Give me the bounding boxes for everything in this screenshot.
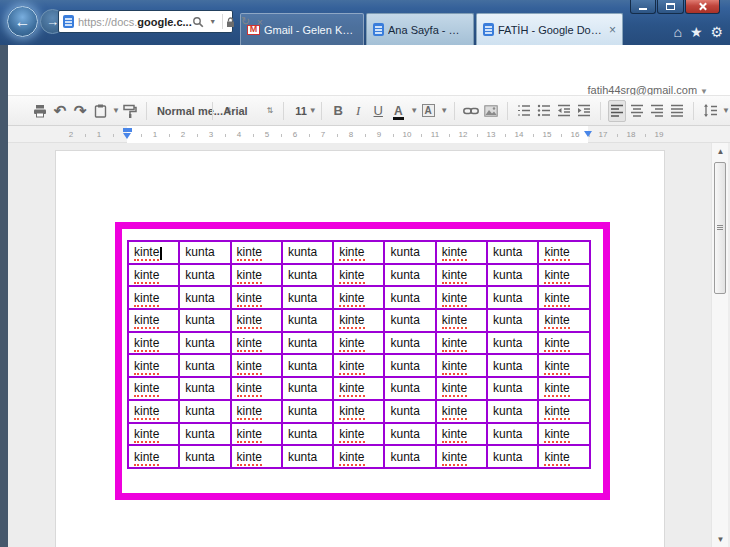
table-cell[interactable]: kinte xyxy=(231,354,282,377)
table-cell[interactable]: kinte xyxy=(436,264,487,287)
chevron-down-icon[interactable]: ▼ xyxy=(410,106,418,115)
table-cell[interactable]: kunta xyxy=(487,354,538,377)
table-cell[interactable]: kinte xyxy=(436,241,487,264)
table-cell[interactable]: kunta xyxy=(384,445,435,468)
table-cell[interactable]: kunta xyxy=(179,354,230,377)
italic-button[interactable]: I xyxy=(349,100,367,122)
table-cell[interactable]: kinte xyxy=(128,445,179,468)
table-cell[interactable]: kinte xyxy=(128,332,179,355)
paint-format-button[interactable] xyxy=(121,100,139,122)
left-indent-marker[interactable] xyxy=(123,128,132,132)
table-cell[interactable]: kinte xyxy=(538,354,589,377)
table-cell[interactable]: kunta xyxy=(384,400,435,423)
align-left-button[interactable] xyxy=(608,100,626,122)
justify-button[interactable] xyxy=(668,100,686,122)
chevron-down-icon[interactable]: ▼ xyxy=(440,106,448,115)
table-cell[interactable]: kinte xyxy=(231,423,282,446)
table-cell[interactable]: kinte xyxy=(436,354,487,377)
table-cell[interactable]: kunta xyxy=(487,332,538,355)
table-cell[interactable]: kunta xyxy=(384,241,435,264)
undo-button[interactable]: ↶ xyxy=(51,100,69,122)
table-cell[interactable]: kunta xyxy=(282,445,333,468)
table-cell[interactable]: kunta xyxy=(487,377,538,400)
table-cell[interactable]: kinte xyxy=(128,400,179,423)
text-color-button[interactable]: A xyxy=(394,104,403,118)
table-cell[interactable]: kinte xyxy=(231,286,282,309)
line-spacing-button[interactable] xyxy=(701,100,719,122)
chevron-down-icon[interactable]: ▼ xyxy=(206,18,220,25)
favorites-star-icon[interactable]: ★ xyxy=(690,24,703,40)
table-cell[interactable]: kinte xyxy=(231,377,282,400)
table-cell[interactable]: kunta xyxy=(179,400,230,423)
table-cell[interactable]: kinte xyxy=(128,377,179,400)
font-family-dropdown[interactable]: Arial⇅ xyxy=(220,100,276,122)
search-icon[interactable] xyxy=(192,16,206,28)
home-icon[interactable]: ⌂ xyxy=(673,24,681,40)
align-center-button[interactable] xyxy=(628,100,646,122)
table-cell[interactable]: kunta xyxy=(487,400,538,423)
table-cell[interactable]: kunta xyxy=(179,309,230,332)
table-cell[interactable]: kunta xyxy=(282,309,333,332)
chevron-down-icon[interactable]: ▼ xyxy=(722,106,730,115)
table-cell[interactable]: kunta xyxy=(282,354,333,377)
bulleted-list-button[interactable] xyxy=(535,100,553,122)
table-cell[interactable]: kunta xyxy=(487,286,538,309)
table-cell[interactable]: kinte xyxy=(333,377,384,400)
table-cell[interactable]: kinte xyxy=(436,309,487,332)
table-cell[interactable]: kinte xyxy=(128,354,179,377)
increase-indent-button[interactable] xyxy=(575,100,593,122)
table-cell[interactable]: kunta xyxy=(179,286,230,309)
table-cell[interactable]: kinte xyxy=(538,400,589,423)
table-cell[interactable]: kunta xyxy=(487,309,538,332)
scroll-up-arrow[interactable]: ▲ xyxy=(712,147,729,156)
table-cell[interactable]: kinte xyxy=(333,423,384,446)
numbered-list-button[interactable] xyxy=(515,100,533,122)
table-cell[interactable]: kunta xyxy=(487,445,538,468)
table-cell[interactable]: kunta xyxy=(282,286,333,309)
tab-close-icon[interactable]: × xyxy=(609,23,616,37)
table-cell[interactable]: kinte xyxy=(538,377,589,400)
table-cell[interactable]: kunta xyxy=(487,423,538,446)
table-cell[interactable]: kunta xyxy=(384,309,435,332)
table-cell[interactable]: kinte xyxy=(538,332,589,355)
vertical-scrollbar[interactable]: ▲ ▼ xyxy=(711,143,728,547)
minimize-button[interactable] xyxy=(630,0,656,14)
table-cell[interactable]: kunta xyxy=(282,264,333,287)
table-cell[interactable]: kinte xyxy=(538,286,589,309)
table-cell[interactable]: kinte xyxy=(333,309,384,332)
table-cell[interactable]: kinte xyxy=(128,309,179,332)
table-cell[interactable]: kinte xyxy=(436,445,487,468)
table-cell[interactable]: kunta xyxy=(179,241,230,264)
tab-fatih-active[interactable]: FATİH - Google Doküma... × xyxy=(476,13,623,45)
insert-link-button[interactable] xyxy=(462,100,480,122)
table-cell[interactable]: kunta xyxy=(384,286,435,309)
table-cell[interactable]: kinte xyxy=(231,332,282,355)
address-bar[interactable]: https://docs. google.c... ▼ ↻ × xyxy=(58,10,233,33)
table-cell[interactable]: kunta xyxy=(179,264,230,287)
table-cell[interactable]: kinte xyxy=(436,332,487,355)
table-cell[interactable]: kunta xyxy=(384,354,435,377)
table-cell[interactable]: kinte xyxy=(436,400,487,423)
table-cell[interactable]: kinte xyxy=(333,286,384,309)
table-cell[interactable]: kinte xyxy=(333,354,384,377)
table-cell[interactable]: kinte xyxy=(333,332,384,355)
table-cell[interactable]: kunta xyxy=(282,241,333,264)
table-cell[interactable]: kinte xyxy=(333,445,384,468)
tab-gmail[interactable]: M Gmail - Gelen Kutusu (5) - f... xyxy=(240,13,364,45)
table-cell[interactable]: kinte xyxy=(333,264,384,287)
table-cell[interactable]: kinte xyxy=(333,241,384,264)
highlight-color-button[interactable]: A xyxy=(422,104,435,117)
font-size-dropdown[interactable]: 11▼ xyxy=(291,100,314,122)
table-cell[interactable]: kunta xyxy=(179,423,230,446)
table-cell[interactable]: kunta xyxy=(282,423,333,446)
scrollbar-thumb[interactable] xyxy=(714,162,726,294)
print-button[interactable] xyxy=(31,100,49,122)
bold-button[interactable]: B xyxy=(329,100,347,122)
table-cell[interactable]: kinte xyxy=(436,423,487,446)
table-cell[interactable]: kinte xyxy=(128,241,179,264)
table-cell[interactable]: kinte xyxy=(128,286,179,309)
table-cell[interactable]: kinte xyxy=(333,400,384,423)
decrease-indent-button[interactable] xyxy=(555,100,573,122)
table-cell[interactable]: kinte xyxy=(538,423,589,446)
table-cell[interactable]: kunta xyxy=(179,332,230,355)
